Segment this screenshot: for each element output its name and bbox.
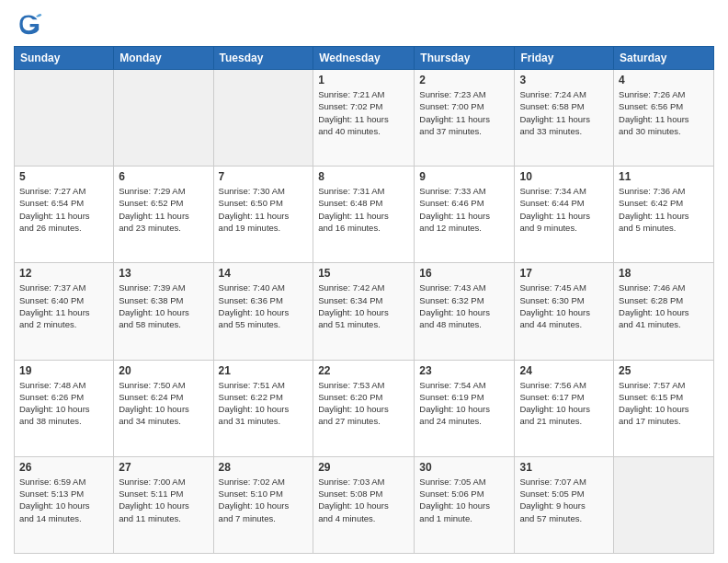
week-row-4: 19Sunrise: 7:48 AM Sunset: 6:26 PM Dayli… (15, 360, 714, 456)
calendar-cell: 1Sunrise: 7:21 AM Sunset: 7:02 PM Daylig… (313, 70, 415, 167)
day-info: Sunrise: 7:40 AM Sunset: 6:36 PM Dayligh… (219, 282, 309, 330)
day-number: 21 (219, 364, 309, 377)
calendar-cell: 2Sunrise: 7:23 AM Sunset: 7:00 PM Daylig… (415, 70, 515, 167)
weekday-header-wednesday: Wednesday (313, 47, 415, 70)
day-info: Sunrise: 7:54 AM Sunset: 6:19 PM Dayligh… (419, 379, 509, 428)
day-info: Sunrise: 7:24 AM Sunset: 6:58 PM Dayligh… (519, 88, 609, 137)
day-number: 9 (419, 170, 509, 183)
calendar-cell: 28Sunrise: 7:02 AM Sunset: 5:10 PM Dayli… (213, 456, 313, 553)
calendar-cell: 29Sunrise: 7:03 AM Sunset: 5:08 PM Dayli… (313, 456, 415, 553)
day-info: Sunrise: 7:26 AM Sunset: 6:56 PM Dayligh… (619, 88, 709, 137)
calendar-cell: 11Sunrise: 7:36 AM Sunset: 6:42 PM Dayli… (614, 167, 714, 263)
calendar-cell: 8Sunrise: 7:31 AM Sunset: 6:48 PM Daylig… (313, 167, 415, 263)
day-info: Sunrise: 6:59 AM Sunset: 5:13 PM Dayligh… (19, 476, 108, 524)
day-number: 26 (19, 461, 108, 474)
page: SundayMondayTuesdayWednesdayThursdayFrid… (0, 0, 728, 563)
day-number: 31 (519, 461, 609, 474)
day-number: 10 (519, 170, 609, 183)
day-info: Sunrise: 7:34 AM Sunset: 6:44 PM Dayligh… (519, 185, 609, 234)
calendar-cell: 20Sunrise: 7:50 AM Sunset: 6:24 PM Dayli… (114, 360, 213, 456)
calendar-cell (213, 70, 313, 167)
calendar-cell (15, 70, 114, 167)
day-info: Sunrise: 7:27 AM Sunset: 6:54 PM Dayligh… (19, 185, 108, 234)
week-row-5: 26Sunrise: 6:59 AM Sunset: 5:13 PM Dayli… (15, 456, 714, 553)
day-info: Sunrise: 7:23 AM Sunset: 7:00 PM Dayligh… (419, 88, 509, 137)
day-info: Sunrise: 7:53 AM Sunset: 6:20 PM Dayligh… (318, 379, 409, 428)
day-number: 12 (19, 267, 108, 280)
day-info: Sunrise: 7:45 AM Sunset: 6:30 PM Dayligh… (519, 282, 609, 330)
logo (14, 9, 47, 39)
day-info: Sunrise: 7:30 AM Sunset: 6:50 PM Dayligh… (219, 185, 309, 234)
weekday-header-monday: Monday (114, 47, 213, 70)
day-info: Sunrise: 7:05 AM Sunset: 5:06 PM Dayligh… (419, 476, 509, 524)
calendar: SundayMondayTuesdayWednesdayThursdayFrid… (14, 46, 714, 554)
day-info: Sunrise: 7:31 AM Sunset: 6:48 PM Dayligh… (318, 185, 409, 234)
calendar-cell: 6Sunrise: 7:29 AM Sunset: 6:52 PM Daylig… (114, 167, 213, 263)
calendar-cell: 21Sunrise: 7:51 AM Sunset: 6:22 PM Dayli… (213, 360, 313, 456)
day-number: 25 (619, 364, 709, 377)
day-info: Sunrise: 7:50 AM Sunset: 6:24 PM Dayligh… (119, 379, 208, 428)
day-info: Sunrise: 7:51 AM Sunset: 6:22 PM Dayligh… (219, 379, 309, 428)
calendar-cell: 5Sunrise: 7:27 AM Sunset: 6:54 PM Daylig… (15, 167, 114, 263)
week-row-3: 12Sunrise: 7:37 AM Sunset: 6:40 PM Dayli… (15, 263, 714, 360)
calendar-cell: 4Sunrise: 7:26 AM Sunset: 6:56 PM Daylig… (614, 70, 714, 167)
day-info: Sunrise: 7:43 AM Sunset: 6:32 PM Dayligh… (419, 282, 509, 330)
day-number: 6 (119, 170, 208, 183)
calendar-cell: 3Sunrise: 7:24 AM Sunset: 6:58 PM Daylig… (515, 70, 614, 167)
day-info: Sunrise: 7:48 AM Sunset: 6:26 PM Dayligh… (19, 379, 108, 428)
day-info: Sunrise: 7:29 AM Sunset: 6:52 PM Dayligh… (119, 185, 208, 234)
calendar-cell: 17Sunrise: 7:45 AM Sunset: 6:30 PM Dayli… (515, 263, 614, 360)
calendar-cell: 25Sunrise: 7:57 AM Sunset: 6:15 PM Dayli… (614, 360, 714, 456)
day-number: 18 (619, 267, 709, 280)
weekday-header-thursday: Thursday (415, 47, 515, 70)
day-number: 2 (419, 74, 509, 86)
day-info: Sunrise: 7:42 AM Sunset: 6:34 PM Dayligh… (318, 282, 409, 330)
day-info: Sunrise: 7:46 AM Sunset: 6:28 PM Dayligh… (619, 282, 709, 330)
day-number: 7 (219, 170, 309, 183)
day-info: Sunrise: 7:00 AM Sunset: 5:11 PM Dayligh… (119, 476, 208, 524)
day-number: 3 (519, 74, 609, 86)
calendar-cell: 13Sunrise: 7:39 AM Sunset: 6:38 PM Dayli… (114, 263, 213, 360)
weekday-header-sunday: Sunday (15, 47, 114, 70)
logo-icon (14, 9, 43, 39)
day-number: 30 (419, 461, 509, 474)
calendar-cell: 27Sunrise: 7:00 AM Sunset: 5:11 PM Dayli… (114, 456, 213, 553)
day-number: 4 (619, 74, 709, 86)
calendar-cell: 22Sunrise: 7:53 AM Sunset: 6:20 PM Dayli… (313, 360, 415, 456)
day-number: 22 (318, 364, 409, 377)
day-number: 16 (419, 267, 509, 280)
day-info: Sunrise: 7:56 AM Sunset: 6:17 PM Dayligh… (519, 379, 609, 428)
calendar-cell: 30Sunrise: 7:05 AM Sunset: 5:06 PM Dayli… (415, 456, 515, 553)
day-info: Sunrise: 7:02 AM Sunset: 5:10 PM Dayligh… (219, 476, 309, 524)
weekday-header-saturday: Saturday (614, 47, 714, 70)
day-number: 23 (419, 364, 509, 377)
day-info: Sunrise: 7:33 AM Sunset: 6:46 PM Dayligh… (419, 185, 509, 234)
day-number: 8 (318, 170, 409, 183)
day-number: 29 (318, 461, 409, 474)
day-info: Sunrise: 7:37 AM Sunset: 6:40 PM Dayligh… (19, 282, 108, 330)
day-number: 20 (119, 364, 208, 377)
day-number: 24 (519, 364, 609, 377)
calendar-cell (614, 456, 714, 553)
day-info: Sunrise: 7:57 AM Sunset: 6:15 PM Dayligh… (619, 379, 709, 428)
calendar-cell: 16Sunrise: 7:43 AM Sunset: 6:32 PM Dayli… (415, 263, 515, 360)
calendar-cell: 10Sunrise: 7:34 AM Sunset: 6:44 PM Dayli… (515, 167, 614, 263)
day-number: 28 (219, 461, 309, 474)
day-info: Sunrise: 7:39 AM Sunset: 6:38 PM Dayligh… (119, 282, 208, 330)
calendar-cell: 26Sunrise: 6:59 AM Sunset: 5:13 PM Dayli… (15, 456, 114, 553)
calendar-cell (114, 70, 213, 167)
calendar-cell: 14Sunrise: 7:40 AM Sunset: 6:36 PM Dayli… (213, 263, 313, 360)
day-info: Sunrise: 7:21 AM Sunset: 7:02 PM Dayligh… (318, 88, 409, 137)
day-number: 19 (19, 364, 108, 377)
header (14, 9, 714, 39)
day-number: 17 (519, 267, 609, 280)
calendar-cell: 31Sunrise: 7:07 AM Sunset: 5:05 PM Dayli… (515, 456, 614, 553)
day-number: 1 (318, 74, 409, 86)
day-number: 14 (219, 267, 309, 280)
week-row-1: 1Sunrise: 7:21 AM Sunset: 7:02 PM Daylig… (15, 70, 714, 167)
calendar-cell: 9Sunrise: 7:33 AM Sunset: 6:46 PM Daylig… (415, 167, 515, 263)
calendar-cell: 18Sunrise: 7:46 AM Sunset: 6:28 PM Dayli… (614, 263, 714, 360)
calendar-cell: 7Sunrise: 7:30 AM Sunset: 6:50 PM Daylig… (213, 167, 313, 263)
day-number: 15 (318, 267, 409, 280)
day-info: Sunrise: 7:07 AM Sunset: 5:05 PM Dayligh… (519, 476, 609, 524)
